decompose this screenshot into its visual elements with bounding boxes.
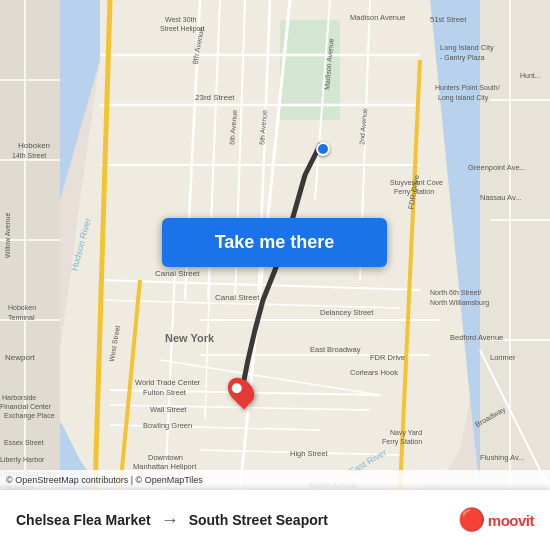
svg-text:Essex Street: Essex Street <box>4 439 44 446</box>
svg-text:Harborside: Harborside <box>2 394 36 401</box>
map-attribution: © OpenStreetMap contributors | © OpenMap… <box>0 470 550 490</box>
svg-text:Terminal: Terminal <box>8 314 35 321</box>
svg-text:Bowling Green: Bowling Green <box>143 421 192 430</box>
svg-text:Lorimer: Lorimer <box>490 353 516 362</box>
svg-text:Flushing Av...: Flushing Av... <box>480 453 524 462</box>
svg-text:Canal Street: Canal Street <box>215 293 260 302</box>
svg-text:Long Island City: Long Island City <box>440 43 494 52</box>
svg-text:East Broadway: East Broadway <box>310 345 361 354</box>
svg-text:Canal Street: Canal Street <box>155 269 200 278</box>
moovit-logo-icon: 🔴 <box>458 507 485 533</box>
svg-text:World Trade Center: World Trade Center <box>135 378 201 387</box>
svg-text:Hunt...: Hunt... <box>520 72 541 79</box>
svg-text:Navy Yard: Navy Yard <box>390 429 422 437</box>
svg-text:Madison Avenue: Madison Avenue <box>350 13 405 22</box>
svg-text:Wall Street: Wall Street <box>150 405 187 414</box>
svg-text:Corlears Hook: Corlears Hook <box>350 368 398 377</box>
svg-text:Stuyvesant Cove: Stuyvesant Cove <box>390 179 443 187</box>
svg-text:Liberty Harbor: Liberty Harbor <box>0 456 45 464</box>
svg-text:Fulton Street: Fulton Street <box>143 388 187 397</box>
svg-text:West 30th: West 30th <box>165 16 196 23</box>
svg-text:Hoboken: Hoboken <box>8 304 36 311</box>
bottom-bar: Chelsea Flea Market → South Street Seapo… <box>0 490 550 550</box>
attribution-text: © OpenStreetMap contributors | © OpenMap… <box>6 475 203 485</box>
route-arrow-icon: → <box>161 510 179 531</box>
svg-text:Willow Avenue: Willow Avenue <box>4 212 11 258</box>
svg-text:North 6th Street/: North 6th Street/ <box>430 289 481 296</box>
moovit-name: moovit <box>488 512 534 529</box>
destination-label: South Street Seaport <box>189 512 328 528</box>
svg-text:Hunters Point South/: Hunters Point South/ <box>435 84 500 91</box>
map-container: Hoboken 14th Street West 30th Street Hel… <box>0 0 550 490</box>
cta-button-wrapper[interactable]: Take me there <box>162 218 387 267</box>
svg-text:51st Street: 51st Street <box>430 15 467 24</box>
moovit-branding: 🔴 moovit <box>458 507 534 533</box>
svg-text:New York: New York <box>165 332 215 344</box>
svg-text:Financial Center: Financial Center <box>0 403 52 410</box>
take-me-there-button[interactable]: Take me there <box>162 218 387 267</box>
svg-text:Downtown: Downtown <box>148 453 183 462</box>
svg-text:Newport: Newport <box>5 353 36 362</box>
svg-text:Hoboken: Hoboken <box>18 141 50 150</box>
origin-marker <box>316 142 330 156</box>
svg-text:Long Island City: Long Island City <box>438 94 489 102</box>
svg-text:Ferry Station: Ferry Station <box>382 438 422 446</box>
svg-text:Ferry Station: Ferry Station <box>394 188 434 196</box>
svg-text:FDR Drive: FDR Drive <box>370 353 405 362</box>
svg-text:Greenpoint Ave...: Greenpoint Ave... <box>468 163 526 172</box>
svg-text:Bedford Avenue: Bedford Avenue <box>450 333 503 342</box>
svg-text:23rd Street: 23rd Street <box>195 93 235 102</box>
svg-text:- Gantry Plaza: - Gantry Plaza <box>440 54 485 62</box>
origin-label: Chelsea Flea Market <box>16 512 151 528</box>
svg-text:Delancey Street: Delancey Street <box>320 308 374 317</box>
svg-text:14th Street: 14th Street <box>12 152 46 159</box>
destination-marker <box>230 376 252 406</box>
svg-text:Exchange Place: Exchange Place <box>4 412 55 420</box>
route-info: Chelsea Flea Market → South Street Seapo… <box>16 510 458 531</box>
svg-text:North Williamsburg: North Williamsburg <box>430 299 489 307</box>
svg-text:Nassau Av...: Nassau Av... <box>480 193 521 202</box>
svg-text:High Street: High Street <box>290 449 328 458</box>
